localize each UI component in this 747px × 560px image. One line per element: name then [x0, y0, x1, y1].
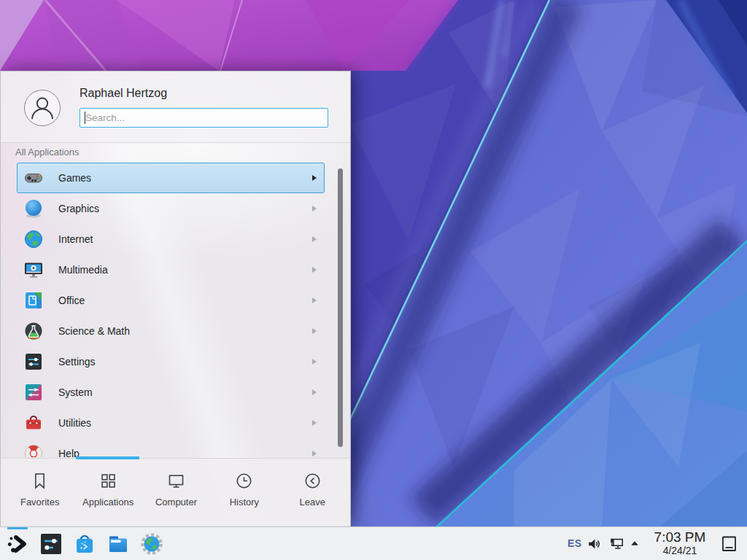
system-settings-icon[interactable]: [39, 532, 63, 556]
user-avatar[interactable]: [24, 90, 61, 126]
multimedia-icon: [23, 260, 44, 280]
leave-circle-icon: [303, 471, 322, 491]
submenu-arrow-icon: [312, 298, 317, 303]
category-row-office[interactable]: Office: [17, 285, 325, 316]
grid-icon: [98, 471, 118, 491]
bookmark-icon: [30, 471, 50, 491]
graphics-icon: [23, 198, 44, 219]
category-row-games[interactable]: Games: [17, 163, 325, 193]
submenu-arrow-icon: [312, 206, 317, 211]
submenu-arrow-icon: [312, 451, 317, 456]
category-label: Office: [58, 295, 85, 306]
header-divider: [1, 142, 350, 143]
submenu-arrow-icon: [312, 389, 317, 395]
application-launcher-menu: Raphael Hertzog All Applications: [0, 71, 351, 526]
tab-label: Favorites: [20, 497, 59, 508]
launcher-footer: Favorites Applications: [1, 458, 350, 526]
category-list: Games Graphics: [17, 163, 325, 457]
application-launcher-icon[interactable]: [6, 532, 29, 556]
category-label: System: [58, 386, 93, 398]
submenu-arrow-icon: [312, 236, 317, 242]
user-name: Raphael Hertzog: [80, 87, 167, 100]
office-icon: [23, 290, 44, 311]
launcher-header: Raphael Hertzog: [1, 71, 350, 142]
launcher-active-indicator: [7, 527, 28, 529]
category-label: Settings: [58, 356, 96, 368]
tab-favorites[interactable]: Favorites: [6, 459, 74, 526]
submenu-arrow-icon: [312, 328, 317, 334]
tab-applications[interactable]: Applications: [74, 459, 142, 526]
digital-clock[interactable]: 7:03 PM 4/24/21: [646, 529, 713, 556]
network-icon[interactable]: [608, 536, 625, 552]
user-icon: [25, 90, 60, 125]
utilities-icon: [23, 413, 44, 433]
clock-date: 4/24/21: [646, 545, 713, 556]
konqueror-icon[interactable]: [140, 532, 163, 556]
category-row-system[interactable]: System: [17, 377, 325, 408]
category-row-graphics[interactable]: Graphics: [17, 193, 325, 224]
submenu-arrow-icon: [312, 359, 317, 365]
category-label: Graphics: [58, 203, 99, 214]
category-label: Utilities: [58, 417, 91, 429]
taskbar-panel: ES 7:03 PM 4/24/21: [0, 526, 747, 560]
category-label: Multimedia: [58, 264, 108, 276]
settings-icon: [23, 351, 44, 372]
desktop: Raphael Hertzog All Applications: [0, 0, 747, 560]
internet-icon: [23, 229, 44, 249]
category-row-multimedia[interactable]: Multimedia: [17, 254, 325, 285]
tab-history[interactable]: History: [210, 459, 278, 526]
system-icon: [23, 382, 44, 402]
games-icon: [23, 168, 44, 188]
category-row-help[interactable]: Help: [17, 438, 325, 457]
discover-icon[interactable]: [73, 532, 96, 556]
category-row-science-math[interactable]: Science & Math: [17, 316, 325, 346]
list-scrollbar[interactable]: [338, 168, 343, 447]
category-label: Science & Math: [58, 325, 130, 337]
submenu-arrow-icon: [312, 420, 317, 426]
show-desktop-icon[interactable]: [721, 535, 738, 553]
clock-icon: [234, 471, 254, 491]
monitor-icon: [166, 471, 186, 491]
category-label: Games: [58, 172, 91, 184]
science-math-icon: [23, 321, 44, 341]
tab-label: Leave: [300, 497, 325, 508]
help-icon: [23, 443, 44, 457]
clock-time: 7:03 PM: [646, 529, 713, 545]
submenu-arrow-icon: [312, 267, 317, 273]
tab-label: History: [230, 497, 259, 508]
section-label: All Applications: [15, 147, 79, 158]
category-row-internet[interactable]: Internet: [17, 224, 325, 254]
tab-leave[interactable]: Leave: [279, 459, 347, 526]
tab-label: Applications: [82, 497, 133, 508]
keyboard-layout-indicator[interactable]: ES: [568, 537, 582, 549]
tab-computer[interactable]: Computer: [142, 459, 210, 526]
category-row-settings[interactable]: Settings: [17, 346, 325, 377]
text-caret: [85, 112, 85, 124]
dolphin-icon[interactable]: [107, 532, 130, 556]
volume-icon[interactable]: [587, 536, 603, 552]
submenu-arrow-icon: [312, 175, 317, 181]
tray-expander-icon[interactable]: [629, 537, 640, 549]
search-input[interactable]: [80, 108, 328, 128]
category-row-utilities[interactable]: Utilities: [17, 408, 325, 438]
tab-label: Computer: [155, 497, 197, 508]
category-label: Internet: [58, 233, 93, 245]
